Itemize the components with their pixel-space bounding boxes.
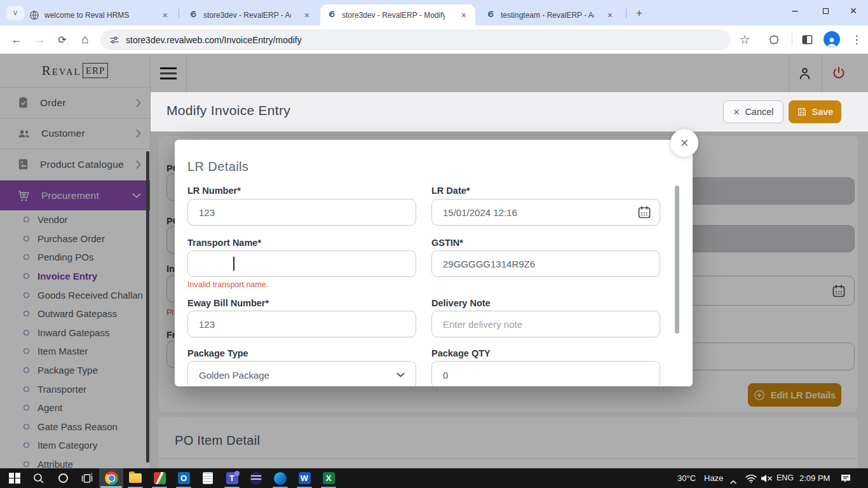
minimize-icon: – — [792, 5, 798, 17]
package-type-select[interactable]: Golden Package — [187, 361, 416, 386]
calendar-icon[interactable] — [637, 205, 652, 220]
cancel-x-icon: ✕ — [733, 107, 740, 117]
reload-button[interactable]: ⟳ — [53, 30, 71, 48]
windows-logo-icon — [9, 473, 20, 484]
eway-bill-label: Eway Bill Number* — [187, 298, 269, 308]
delivery-note-input[interactable] — [431, 311, 660, 337]
revalerp-favicon — [188, 10, 198, 20]
close-icon: ✕ — [680, 137, 689, 150]
person-icon — [825, 36, 838, 48]
search-icon — [32, 472, 45, 485]
taskbar-excel-button[interactable]: X — [316, 468, 341, 488]
taskbar-search-button[interactable] — [27, 468, 51, 488]
transport-error-text: Invalid transport name. — [187, 280, 268, 289]
wifi-icon — [745, 473, 757, 484]
tab-close-icon[interactable]: × — [160, 10, 170, 21]
taskbar-outlook-button[interactable]: O — [172, 468, 196, 488]
side-panel-button[interactable] — [798, 30, 816, 48]
lr-date-input[interactable] — [431, 199, 660, 226]
cancel-button[interactable]: ✕ Cancel — [723, 100, 783, 123]
weather-condition[interactable]: Haze — [704, 473, 723, 483]
notepad-icon — [203, 472, 213, 484]
tab-reval-hrms[interactable]: welcome to Reval HRMS × — [23, 4, 177, 25]
task-view-button[interactable] — [75, 468, 99, 488]
extensions-button[interactable] — [765, 30, 783, 48]
tab-close-icon[interactable]: × — [605, 10, 615, 21]
window-restore-button[interactable] — [811, 0, 840, 22]
bookmark-star-button[interactable]: ☆ — [736, 30, 754, 48]
lr-date-label: LR Date* — [431, 186, 470, 196]
site-settings-icon[interactable] — [109, 35, 119, 45]
tab-title: store3dev - RevalERP - Add Inv — [203, 11, 291, 20]
home-button[interactable]: ⌂ — [76, 30, 94, 48]
revalerp-favicon — [485, 10, 496, 20]
browser-tab-strip: ᐯ welcome to Reval HRMS × store3dev - Re… — [0, 0, 868, 25]
taskbar-teams-button[interactable]: T — [220, 468, 244, 488]
restore-icon — [823, 8, 829, 14]
forward-button[interactable]: → — [31, 30, 48, 48]
taskbar-eclipse-button[interactable] — [244, 468, 268, 488]
back-button[interactable]: ← — [8, 30, 25, 48]
tab-title: testingteam - RevalERP - Add V — [501, 11, 594, 20]
browser-menu-button[interactable]: ⋮ — [848, 30, 865, 48]
word-icon: W — [299, 472, 311, 484]
package-qty-label: Package QTY — [431, 348, 491, 358]
gstin-label: GSTIN* — [431, 238, 463, 248]
windows-taskbar: O T W X 30°C Haze ENG 2:09 PM — [0, 468, 868, 488]
weather-temp[interactable]: 30°C — [677, 473, 696, 483]
lr-details-modal: LR Details LR Number* LR Date* Transport… — [175, 140, 693, 386]
tab-close-icon[interactable]: × — [302, 10, 312, 21]
tab-close-icon[interactable]: × — [459, 10, 469, 21]
volume-muted-button[interactable] — [760, 473, 773, 486]
tab-add-vendor[interactable]: testingteam - RevalERP - Add V × — [479, 4, 621, 25]
taskbar-notepad-button[interactable] — [196, 468, 220, 488]
notification-icon — [840, 473, 851, 484]
lr-number-field — [187, 199, 416, 226]
excel-icon: X — [323, 472, 335, 484]
clock[interactable]: 2:09 PM — [799, 473, 830, 483]
language-indicator[interactable]: ENG — [776, 473, 794, 482]
browser-toolbar: ← → ⟳ ⌂ store3dev.revalweb.com/InvoiceEn… — [0, 25, 868, 54]
tab-modify-invoice-active[interactable]: store3dev - RevalERP - Modify I × — [320, 4, 475, 25]
wifi-button[interactable] — [745, 473, 757, 486]
chevron-down-icon: ᐯ — [13, 10, 17, 17]
transport-name-field — [187, 250, 416, 277]
text-caret — [233, 257, 234, 271]
cortana-button[interactable] — [51, 468, 75, 488]
modal-close-button[interactable]: ✕ — [670, 129, 698, 157]
start-button[interactable] — [3, 468, 27, 488]
delivery-note-label: Delivery Note — [431, 298, 491, 308]
toolbar-separator — [792, 33, 792, 46]
package-qty-field — [431, 361, 660, 386]
action-center-button[interactable] — [840, 473, 851, 486]
taskbar-app-button[interactable] — [147, 468, 172, 488]
taskbar-word-button[interactable]: W — [292, 468, 316, 488]
taskbar-edge-button[interactable] — [268, 468, 292, 488]
cortana-icon — [58, 473, 68, 483]
window-minimize-button[interactable]: – — [780, 0, 810, 22]
lr-number-input[interactable] — [187, 199, 416, 226]
tab-search-button[interactable]: ᐯ — [6, 6, 24, 20]
taskbar-chrome-button[interactable] — [99, 468, 123, 488]
eway-bill-input[interactable] — [187, 311, 416, 337]
package-type-value: Golden Package — [199, 370, 269, 381]
chrome-icon — [105, 471, 118, 485]
new-tab-button[interactable]: + — [632, 6, 647, 21]
profile-avatar[interactable] — [824, 31, 840, 48]
taskbar-explorer-button[interactable] — [123, 468, 147, 488]
modal-scrollbar[interactable] — [675, 186, 679, 334]
delivery-note-field — [431, 311, 660, 337]
task-view-icon — [81, 472, 93, 485]
tab-add-invoice[interactable]: store3dev - RevalERP - Add Inv × — [182, 4, 318, 25]
page-title: Modify Invoice Entry — [166, 103, 290, 118]
address-bar[interactable]: store3dev.revalweb.com/InvoiceEntry/modi… — [100, 29, 731, 50]
show-hidden-icons-button[interactable] — [729, 476, 737, 487]
teams-icon: T — [226, 472, 238, 484]
transport-name-label: Transport Name* — [187, 238, 261, 248]
window-close-button[interactable]: × — [839, 0, 868, 22]
package-qty-input[interactable] — [431, 361, 660, 386]
lr-number-label: LR Number* — [187, 186, 241, 196]
save-button[interactable]: Save — [789, 100, 841, 123]
gstin-input[interactable] — [431, 250, 660, 277]
transport-name-input[interactable] — [187, 250, 416, 277]
